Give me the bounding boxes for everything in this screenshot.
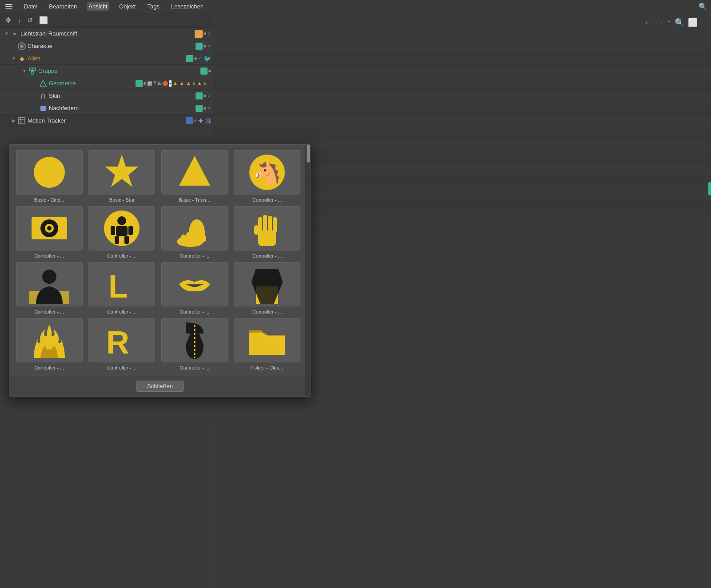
expand-nachfedern[interactable] [32, 105, 38, 111]
close-button[interactable]: Schließen [136, 381, 184, 392]
mat-checker: ▦ [147, 80, 152, 87]
object-icon-charakter [18, 42, 26, 50]
expand-lichtstrahl[interactable]: ▼ [4, 31, 10, 37]
menu-datei[interactable]: Datei [22, 2, 39, 11]
icon-cell-basic-star[interactable]: Basic - Star [88, 150, 157, 203]
svg-rect-4 [31, 72, 34, 74]
icon-cell-controller-letter-r[interactable]: R Controller - ... [88, 318, 157, 370]
mat-grid: ⊞ [158, 80, 162, 86]
icon-cell-controller-flames[interactable]: Controller - ... [15, 318, 84, 370]
icon-cell-controller-spine[interactable]: Controller - ... [160, 318, 229, 370]
nav-forward-btn[interactable]: → [655, 18, 663, 28]
icon-label-basic-triangle: Basic - Trian... [179, 197, 210, 203]
tree-tags-motion: ✚ ⛓ [184, 117, 213, 124]
tree-row[interactable]: Geometrie ▦ ⠿ ⊞ ⬤ ▪ ▲ ▲ ▲ ● ▲ ● ● [0, 77, 213, 90]
menu-bearbeiten[interactable]: Bearbeiten [47, 2, 79, 11]
tree-row[interactable]: Skin ✓ [0, 90, 213, 102]
tag-dot [204, 45, 206, 48]
icon-cell-controller-person[interactable]: Controller - ... [88, 206, 157, 258]
expand-geometrie[interactable] [32, 80, 38, 87]
tree-row[interactable]: ▼ Gruppe [0, 65, 213, 77]
object-tree: ▼ ● Lichtstrahl Raumschiff ✓ Charakter [0, 28, 213, 127]
expand-skin[interactable] [32, 93, 38, 99]
tag-dot-skin [204, 95, 206, 97]
tree-row[interactable]: Charakter ✓ [0, 40, 213, 52]
down-arrow-icon[interactable]: ↓ [16, 16, 23, 25]
nav-back-btn[interactable]: ← [644, 18, 652, 28]
tree-row[interactable]: ▶ Motion Tracker ✚ ⛓ [0, 115, 213, 127]
svg-point-31 [197, 233, 202, 241]
tag-teal [196, 43, 203, 50]
svg-text:🐴: 🐴 [253, 159, 281, 186]
icon-cell-basic-triangle[interactable]: Basic - Trian... [160, 150, 229, 203]
square-icon[interactable]: ⬜ [37, 15, 50, 25]
stripe-8 [213, 127, 711, 139]
expand-charakter[interactable] [11, 43, 17, 49]
svg-point-10 [34, 157, 65, 188]
svg-point-29 [186, 232, 192, 241]
sphere-green: ● [192, 80, 196, 87]
icon-label-controller-horse: Controller - ... [252, 197, 282, 203]
icon-cell-controller-lips[interactable]: Controller - ... [160, 262, 229, 314]
nav-up-btn[interactable]: ↑ [667, 18, 671, 28]
icon-cell-controller-horse[interactable]: 🐴 Controller - ... [233, 150, 302, 203]
nav-search-btn[interactable]: 🔍 [675, 18, 684, 28]
icon-label-controller-hand: Controller - ... [252, 253, 282, 258]
tag-check: ✓ [207, 43, 211, 49]
refresh-icon[interactable]: ↺ [25, 15, 35, 25]
icon-label-controller-letter-r: Controller - ... [107, 365, 137, 370]
tag-dot [194, 57, 197, 60]
icon-cell-controller-letter-l[interactable]: L Controller - ... [88, 262, 157, 314]
svg-rect-23 [124, 236, 129, 244]
modal-scrollbar[interactable] [305, 145, 311, 396]
icon-cell-controller-torso[interactable]: Controller - ... [233, 262, 302, 314]
menu-lesezeichen[interactable]: Lesezeichen [169, 2, 205, 11]
object-icon: ● [11, 30, 19, 38]
menubar: Datei Bearbeiten Ansicht Objekt Tags Les… [0, 0, 711, 13]
tree-tags-lichtstrahl: ✓ [193, 30, 213, 38]
tree-label-alien: Alien [28, 55, 184, 62]
svg-rect-38 [254, 225, 259, 235]
icon-cell-basic-circle[interactable]: Basic - Circl... [15, 150, 84, 203]
expand-motion[interactable]: ▶ [11, 118, 17, 124]
icon-grid: Basic - Circl... Basic - Star Basic - Tr… [9, 145, 311, 376]
move-tool-icon[interactable]: ✥ [4, 15, 13, 25]
tree-row[interactable]: Nachfedern ✓ [0, 102, 213, 115]
tag-teal-geo [136, 80, 143, 87]
tag-dot [204, 32, 206, 35]
svg-point-28 [180, 234, 187, 242]
nav-layout-btn[interactable]: ⬜ [688, 18, 698, 28]
motion-link-icon: ⛓ [205, 117, 211, 124]
stripe-1 [213, 40, 711, 52]
tag-dot-nach [204, 107, 206, 110]
menu-hamburger-icon[interactable] [4, 2, 14, 11]
svg-point-39 [42, 270, 56, 284]
icon-thumb-controller-spine [161, 318, 228, 362]
icon-cell-controller-hand[interactable]: Controller - ... [233, 206, 302, 258]
tag-check: ✓ [198, 56, 202, 61]
tree-label-nachfedern: Nachfedern [49, 105, 194, 111]
tag-dot-geo [144, 82, 146, 85]
icon-thumb-basic-triangle [161, 150, 228, 195]
tree-label-charakter: Charakter [28, 43, 194, 49]
svg-marker-11 [105, 155, 139, 187]
icon-cell-controller-foot[interactable]: Controller - ... [160, 206, 229, 258]
icon-thumb-controller-letter-r: R [88, 318, 155, 362]
icon-cell-folder-closed[interactable]: Folder - Clos... [233, 318, 302, 370]
menu-objekt[interactable]: Objekt [117, 2, 138, 11]
tree-row[interactable]: ▼ ● Lichtstrahl Raumschiff ✓ [0, 28, 213, 40]
tree-row[interactable]: ▼ ◆ Alien ✓ 🐦 [0, 52, 213, 65]
expand-alien[interactable]: ▼ [11, 56, 17, 62]
menu-tags[interactable]: Tags [145, 2, 161, 11]
search-icon[interactable]: 🔍 [699, 2, 707, 11]
svg-marker-5 [40, 80, 46, 86]
tag-dot-red-motion [194, 119, 196, 122]
icon-cell-controller-eye[interactable]: Controller - ... [15, 206, 84, 258]
scrollbar-thumb[interactable] [307, 145, 310, 163]
expand-gruppe[interactable]: ▼ [21, 68, 28, 74]
mat-checker2: ▪ [169, 80, 172, 87]
icon-thumb-controller-bust [16, 262, 83, 306]
menu-ansicht[interactable]: Ansicht [87, 2, 109, 11]
tree-tags-nachfedern: ✓ [194, 105, 213, 112]
icon-cell-controller-bust[interactable]: Controller - ... [15, 262, 84, 314]
